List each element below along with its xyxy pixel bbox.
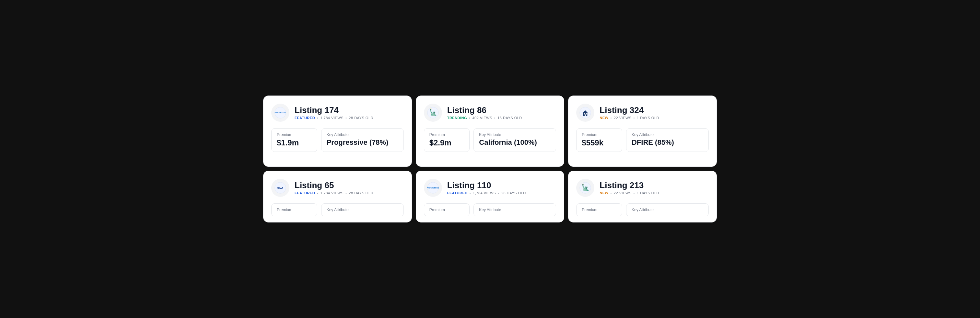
brand-logo: PROGRESSIVE [271, 104, 290, 122]
attribute-box: Key Attribute [321, 203, 404, 216]
listing-title: Listing 324 [600, 106, 659, 115]
svg-rect-7 [586, 113, 587, 115]
svg-text:PROGRESSIVE: PROGRESSIVE [427, 187, 439, 189]
listing-meta: NEW • 22 VIEWS • 1 DAYS OLD [600, 116, 659, 120]
views-count: 22 VIEWS [614, 116, 632, 120]
listing-card-213[interactable]: 🗽 Listing 213 NEW • 22 VIEWS • 1 DAYS OL… [568, 171, 717, 223]
attribute-box: Key Attribute [626, 203, 709, 216]
age-label: 1 DAYS OLD [637, 116, 659, 120]
svg-rect-9 [585, 114, 586, 116]
listing-header-info: Listing 65 FEATURED • 1,784 VIEWS • 28 D… [294, 181, 373, 195]
attribute-label: Key Attribute [479, 133, 550, 137]
dot-separator: • [611, 116, 612, 120]
listing-card-86[interactable]: 🗽 Listing 86 TRENDING • 402 VIEWS • 15 D… [416, 95, 565, 167]
age-label: 28 DAYS OLD [501, 191, 526, 195]
card-body: Premium Key Attribute [424, 203, 557, 216]
views-count: 402 VIEWS [472, 116, 492, 120]
listing-card-110[interactable]: PROGRESSIVE Listing 110 FEATURED • 1,784… [416, 171, 565, 223]
attribute-box: Key Attribute Progressive (78%) [321, 128, 404, 152]
listing-meta: FEATURED • 1,784 VIEWS • 28 DAYS OLD [294, 116, 373, 120]
brand-logo [576, 104, 594, 122]
dot-separator: • [345, 191, 347, 195]
listing-header-info: Listing 174 FEATURED • 1,784 VIEWS • 28 … [294, 106, 373, 120]
listing-card-65[interactable]: USAA Listing 65 FEATURED • 1,784 VIEWS •… [263, 171, 412, 223]
listing-card-324[interactable]: Listing 324 NEW • 22 VIEWS • 1 DAYS OLD … [568, 95, 717, 167]
premium-label: Premium [582, 133, 617, 137]
status-badge: FEATURED [447, 191, 468, 195]
attribute-value: Progressive (78%) [327, 138, 398, 147]
card-body: Premium $2.9m Key Attribute California (… [424, 128, 557, 152]
premium-label: Premium [430, 133, 465, 137]
brand-logo: 🗽 [576, 179, 594, 197]
dot-separator: • [469, 191, 471, 195]
views-count: 1,784 VIEWS [473, 191, 496, 195]
svg-rect-6 [584, 113, 585, 115]
attribute-label: Key Attribute [632, 133, 703, 137]
premium-label: Premium [430, 207, 465, 212]
brand-logo: USAA [271, 179, 290, 197]
listing-title: Listing 174 [294, 106, 373, 115]
age-label: 1 DAYS OLD [637, 191, 659, 195]
premium-label: Premium [277, 133, 312, 137]
premium-box: Premium [424, 203, 470, 216]
attribute-box: Key Attribute California (100%) [474, 128, 556, 152]
attribute-box: Key Attribute [474, 203, 556, 216]
premium-label: Premium [582, 207, 617, 212]
dot-separator: • [345, 116, 347, 120]
listing-meta: FEATURED • 1,784 VIEWS • 28 DAYS OLD [447, 191, 526, 195]
brand-logo: PROGRESSIVE [424, 179, 442, 197]
listing-header-info: Listing 86 TRENDING • 402 VIEWS • 15 DAY… [447, 106, 522, 120]
age-label: 28 DAYS OLD [349, 191, 373, 195]
premium-label: Premium [277, 207, 312, 212]
listing-title: Listing 110 [447, 181, 526, 190]
svg-text:PROGRESSIVE: PROGRESSIVE [275, 112, 286, 114]
age-label: 15 DAYS OLD [498, 116, 522, 120]
dot-separator: • [611, 191, 612, 195]
svg-text:USAA: USAA [277, 187, 283, 189]
premium-box: Premium $2.9m [424, 128, 470, 152]
card-body: Premium $559k Key Attribute DFIRE (85%) [576, 128, 709, 152]
premium-box: Premium $1.9m [271, 128, 317, 152]
attribute-value: California (100%) [479, 138, 550, 147]
listing-title: Listing 213 [600, 181, 659, 190]
premium-value: $2.9m [430, 138, 465, 148]
age-label: 28 DAYS OLD [349, 116, 373, 120]
card-body: Premium Key Attribute [271, 203, 404, 216]
attribute-label: Key Attribute [327, 207, 398, 212]
premium-box: Premium [576, 203, 622, 216]
listing-header-info: Listing 324 NEW • 22 VIEWS • 1 DAYS OLD [600, 106, 659, 120]
dot-separator: • [633, 116, 635, 120]
attribute-value: DFIRE (85%) [632, 138, 703, 147]
status-badge: NEW [600, 191, 608, 195]
card-header: Listing 324 NEW • 22 VIEWS • 1 DAYS OLD [576, 104, 709, 122]
card-header: PROGRESSIVE Listing 110 FEATURED • 1,784… [424, 179, 557, 197]
card-header: PROGRESSIVE Listing 174 FEATURED • 1,784… [271, 104, 404, 122]
card-header: 🗽 Listing 86 TRENDING • 402 VIEWS • 15 D… [424, 104, 557, 122]
attribute-label: Key Attribute [632, 207, 703, 212]
brand-logo: 🗽 [424, 104, 442, 122]
listing-header-info: Listing 110 FEATURED • 1,784 VIEWS • 28 … [447, 181, 526, 195]
premium-value: $559k [582, 138, 617, 148]
card-header: USAA Listing 65 FEATURED • 1,784 VIEWS •… [271, 179, 404, 197]
dot-separator: • [498, 191, 500, 195]
views-count: 22 VIEWS [614, 191, 632, 195]
card-body: Premium Key Attribute [576, 203, 709, 216]
svg-text:🗽: 🗽 [581, 183, 590, 191]
status-badge: FEATURED [294, 116, 315, 120]
listing-meta: NEW • 22 VIEWS • 1 DAYS OLD [600, 191, 659, 195]
status-badge: FEATURED [294, 191, 315, 195]
listing-title: Listing 65 [294, 181, 373, 190]
listings-grid: PROGRESSIVE Listing 174 FEATURED • 1,784… [263, 95, 717, 223]
dot-separator: • [317, 191, 318, 195]
listing-header-info: Listing 213 NEW • 22 VIEWS • 1 DAYS OLD [600, 181, 659, 195]
status-badge: NEW [600, 116, 608, 120]
attribute-label: Key Attribute [327, 133, 398, 137]
dot-separator: • [633, 191, 635, 195]
attribute-label: Key Attribute [479, 207, 550, 212]
card-body: Premium $1.9m Key Attribute Progressive … [271, 128, 404, 152]
views-count: 1,784 VIEWS [320, 191, 344, 195]
listing-title: Listing 86 [447, 106, 522, 115]
listing-card-174[interactable]: PROGRESSIVE Listing 174 FEATURED • 1,784… [263, 95, 412, 167]
dot-separator: • [494, 116, 495, 120]
views-count: 1,784 VIEWS [320, 116, 344, 120]
